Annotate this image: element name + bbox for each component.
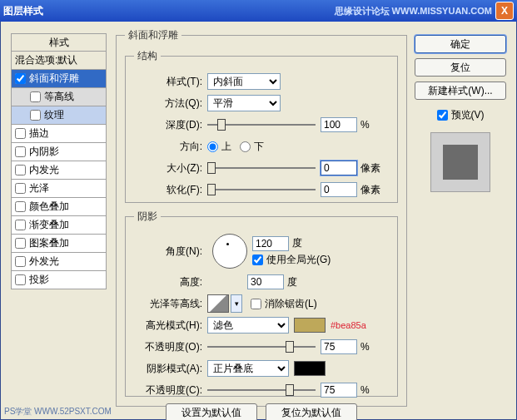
- new-style-button[interactable]: 新建样式(W)...: [415, 82, 506, 100]
- shadow-color-swatch[interactable]: [294, 361, 326, 376]
- style-check-drop-shadow[interactable]: [15, 274, 26, 285]
- shadow-opacity-slider[interactable]: [207, 383, 316, 398]
- highlight-mode-select[interactable]: 滤色: [207, 317, 289, 334]
- style-select[interactable]: 内斜面: [207, 73, 281, 90]
- close-icon: X: [501, 5, 508, 17]
- highlight-color-annotation: #bea85a: [331, 320, 366, 330]
- shading-legend: 阴影: [134, 210, 161, 224]
- gloss-contour-dropdown[interactable]: ▾: [231, 294, 242, 313]
- style-check-inner-glow[interactable]: [15, 165, 26, 175]
- style-row-texture[interactable]: 纹理: [11, 106, 107, 125]
- bevel-legend: 斜面和浮雕: [125, 28, 181, 42]
- style-check-stroke[interactable]: [15, 128, 26, 139]
- shadow-opacity-input[interactable]: [321, 383, 357, 398]
- structure-fieldset: 结构 样式(T): 内斜面 方法(Q): 平滑 深度(D): % 方向: 上 下: [125, 49, 398, 203]
- cancel-button[interactable]: 复位: [415, 58, 506, 77]
- reset-default-button[interactable]: 复位为默认值: [266, 403, 357, 420]
- style-check-satin[interactable]: [15, 183, 26, 194]
- style-row-stroke[interactable]: 描边: [11, 125, 107, 143]
- highlight-mode-label: 高光模式(H):: [134, 319, 207, 333]
- direction-down[interactable]: 下: [240, 140, 264, 154]
- style-row-contour[interactable]: 等高线: [11, 88, 107, 106]
- close-button[interactable]: X: [495, 2, 514, 20]
- direction-label: 方向:: [134, 140, 207, 154]
- style-check-inner-shadow[interactable]: [15, 146, 26, 157]
- size-label: 大小(Z):: [134, 161, 207, 175]
- style-row-outer-glow[interactable]: 外发光: [11, 253, 107, 271]
- depth-input[interactable]: [321, 117, 357, 132]
- style-row-inner-glow[interactable]: 内发光: [11, 161, 107, 180]
- angle-input[interactable]: [252, 236, 289, 251]
- ok-button[interactable]: 确定: [415, 35, 506, 53]
- footer-credit: PS学堂 WWW.52PSXT.COM: [4, 406, 112, 418]
- technique-select[interactable]: 平滑: [207, 95, 281, 111]
- blend-options-row[interactable]: 混合选项:默认: [11, 52, 107, 70]
- make-default-button[interactable]: 设置为默认值: [166, 403, 257, 420]
- style-check-outer-glow[interactable]: [15, 256, 26, 267]
- bevel-fieldset: 斜面和浮雕 结构 样式(T): 内斜面 方法(Q): 平滑 深度(D): % 方…: [116, 28, 407, 407]
- altitude-unit: 度: [287, 275, 297, 289]
- soften-unit: 像素: [360, 183, 380, 197]
- style-label: 样式(T):: [134, 75, 207, 89]
- angle-unit: 度: [292, 236, 302, 250]
- preview-box: [430, 132, 490, 192]
- soften-slider[interactable]: [207, 182, 316, 197]
- highlight-opacity-input[interactable]: [321, 339, 357, 354]
- global-light-check[interactable]: 使用全局光(G): [252, 253, 331, 267]
- antialias-check[interactable]: 消除锯齿(L): [251, 297, 317, 311]
- pct1: %: [360, 341, 370, 353]
- style-row-inner-shadow[interactable]: 内阴影: [11, 143, 107, 161]
- gloss-contour-swatch[interactable]: [207, 294, 229, 313]
- style-check-contour[interactable]: [30, 91, 41, 102]
- styles-panel: 样式 混合选项:默认 斜面和浮雕 等高线 纹理 描边 内阴影 内发光 光泽 颜色…: [11, 33, 107, 289]
- highlight-opacity-slider[interactable]: [207, 339, 316, 354]
- soften-label: 软化(F):: [134, 183, 207, 197]
- structure-legend: 结构: [134, 49, 161, 63]
- technique-label: 方法(Q):: [134, 96, 207, 111]
- titlebar-credits: 思缘设计论坛 WWW.MISSYUAN.COM: [335, 5, 492, 17]
- altitude-label: 高度:: [134, 275, 207, 289]
- style-check-pattern-overlay[interactable]: [15, 238, 26, 249]
- style-check-bevel[interactable]: [15, 73, 26, 84]
- soften-input[interactable]: [321, 182, 357, 197]
- depth-unit: %: [360, 119, 370, 131]
- style-row-drop-shadow[interactable]: 投影: [11, 271, 107, 289]
- depth-slider[interactable]: [207, 117, 316, 132]
- shadow-mode-select[interactable]: 正片叠底: [207, 360, 289, 377]
- right-column: 确定 复位 新建样式(W)... 预览(V): [415, 35, 506, 192]
- gloss-contour-label: 光泽等高线:: [134, 297, 207, 311]
- shadow-opacity-label: 不透明度(C):: [134, 383, 207, 398]
- window-title: 图层样式: [3, 4, 335, 18]
- preview-thumbnail: [443, 145, 478, 180]
- style-row-pattern-overlay[interactable]: 图案叠加: [11, 235, 107, 253]
- dialog-body: 样式 混合选项:默认 斜面和浮雕 等高线 纹理 描边 内阴影 内发光 光泽 颜色…: [0, 22, 517, 420]
- highlight-color-swatch[interactable]: [294, 318, 326, 333]
- angle-dial[interactable]: [212, 234, 247, 269]
- highlight-opacity-label: 不透明度(O):: [134, 340, 207, 354]
- style-check-color-overlay[interactable]: [15, 201, 26, 212]
- style-row-satin[interactable]: 光泽: [11, 180, 107, 198]
- preview-check[interactable]: 预览(V): [415, 108, 506, 122]
- angle-label: 角度(N):: [134, 245, 207, 259]
- style-row-bevel[interactable]: 斜面和浮雕: [11, 70, 107, 88]
- shadow-mode-label: 阴影模式(A):: [134, 362, 207, 376]
- altitude-input[interactable]: [247, 274, 284, 289]
- angle-dot-icon: [226, 243, 229, 245]
- titlebar: 图层样式 思缘设计论坛 WWW.MISSYUAN.COM X: [0, 0, 517, 22]
- pct2: %: [360, 384, 370, 396]
- direction-up[interactable]: 上: [207, 140, 231, 154]
- depth-label: 深度(D):: [134, 118, 207, 132]
- size-unit: 像素: [360, 161, 380, 175]
- shading-fieldset: 阴影 角度(N): 度 使用全局光(G) 高度: 度 光泽等高: [125, 210, 398, 397]
- style-row-gradient-overlay[interactable]: 渐变叠加: [11, 216, 107, 235]
- styles-header: 样式: [11, 33, 107, 52]
- style-row-color-overlay[interactable]: 颜色叠加: [11, 198, 107, 216]
- size-slider[interactable]: [207, 161, 316, 175]
- style-check-gradient-overlay[interactable]: [15, 220, 26, 230]
- size-input[interactable]: [321, 161, 357, 175]
- style-check-texture[interactable]: [30, 110, 41, 121]
